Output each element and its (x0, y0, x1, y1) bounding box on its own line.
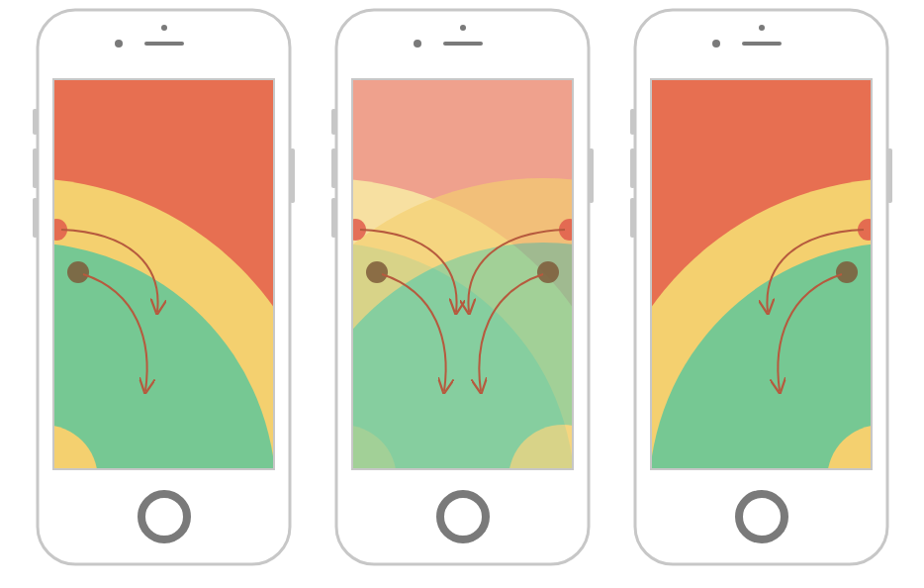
phone-left (0, 10, 330, 588)
svg-rect-13 (33, 148, 38, 188)
svg-point-38 (712, 40, 720, 48)
svg-rect-25 (589, 148, 594, 203)
svg-point-28 (414, 40, 421, 48)
svg-point-26 (460, 25, 466, 31)
svg-rect-32 (630, 109, 635, 135)
svg-rect-12 (33, 109, 38, 135)
svg-rect-33 (630, 148, 635, 188)
svg-point-16 (161, 25, 167, 31)
svg-point-36 (759, 25, 765, 31)
svg-rect-24 (331, 198, 336, 238)
phone-right (595, 10, 924, 588)
svg-rect-15 (290, 148, 295, 203)
svg-rect-22 (331, 109, 336, 135)
svg-point-18 (115, 40, 123, 48)
svg-rect-14 (33, 198, 38, 238)
svg-rect-35 (887, 148, 892, 203)
thumb-zone-diagram: { "diagram": { "description": "Smartphon… (0, 0, 924, 588)
diagram-svg: .hard { fill:#E76F51; } .stretch { fill:… (0, 0, 924, 588)
svg-rect-34 (630, 198, 635, 238)
svg-rect-23 (331, 148, 336, 188)
